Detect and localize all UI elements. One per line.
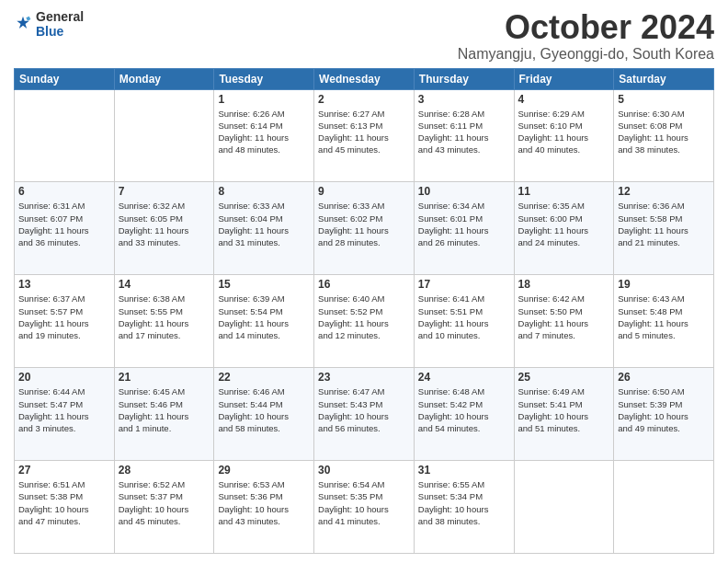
day-info: Sunrise: 6:40 AM Sunset: 5:52 PM Dayligh… (318, 293, 410, 341)
calendar-day-cell: 20Sunrise: 6:44 AM Sunset: 5:47 PM Dayli… (15, 368, 115, 461)
day-number: 20 (18, 371, 110, 384)
logo-icon (14, 15, 32, 33)
calendar-header-row: SundayMondayTuesdayWednesdayThursdayFrid… (15, 68, 714, 89)
day-number: 23 (318, 371, 410, 384)
day-number: 15 (218, 278, 310, 291)
page-header: General Blue October 2024 Namyangju, Gye… (14, 9, 714, 63)
day-number: 16 (318, 278, 410, 291)
day-number: 31 (418, 464, 510, 477)
day-number: 26 (618, 371, 710, 384)
calendar-day-cell: 25Sunrise: 6:49 AM Sunset: 5:41 PM Dayli… (514, 368, 614, 461)
day-number: 8 (218, 185, 310, 198)
subtitle: Namyangju, Gyeonggi-do, South Korea (458, 46, 714, 63)
day-number: 25 (518, 371, 610, 384)
day-info: Sunrise: 6:27 AM Sunset: 6:13 PM Dayligh… (318, 108, 410, 156)
calendar-table: SundayMondayTuesdayWednesdayThursdayFrid… (14, 68, 714, 554)
day-info: Sunrise: 6:42 AM Sunset: 5:50 PM Dayligh… (518, 293, 610, 341)
calendar-day-cell: 31Sunrise: 6:55 AM Sunset: 5:34 PM Dayli… (414, 461, 514, 554)
day-info: Sunrise: 6:39 AM Sunset: 5:54 PM Dayligh… (218, 293, 310, 341)
day-number: 2 (318, 93, 410, 106)
calendar-day-cell: 17Sunrise: 6:41 AM Sunset: 5:51 PM Dayli… (414, 275, 514, 368)
calendar-day-cell: 11Sunrise: 6:35 AM Sunset: 6:00 PM Dayli… (514, 182, 614, 275)
day-number: 7 (119, 185, 210, 198)
calendar-day-cell: 12Sunrise: 6:36 AM Sunset: 5:58 PM Dayli… (614, 182, 714, 275)
weekday-header: Thursday (414, 68, 514, 89)
calendar-day-cell: 7Sunrise: 6:32 AM Sunset: 6:05 PM Daylig… (114, 182, 214, 275)
day-info: Sunrise: 6:54 AM Sunset: 5:35 PM Dayligh… (318, 478, 410, 527)
day-info: Sunrise: 6:48 AM Sunset: 5:42 PM Dayligh… (418, 385, 510, 434)
day-number: 18 (518, 278, 610, 291)
calendar-day-cell: 5Sunrise: 6:30 AM Sunset: 6:08 PM Daylig… (614, 89, 714, 182)
day-info: Sunrise: 6:43 AM Sunset: 5:48 PM Dayligh… (618, 293, 710, 341)
calendar-week-row: 13Sunrise: 6:37 AM Sunset: 5:57 PM Dayli… (15, 275, 714, 368)
day-info: Sunrise: 6:26 AM Sunset: 6:14 PM Dayligh… (218, 108, 310, 156)
weekday-header: Saturday (614, 68, 714, 89)
calendar-day-cell: 15Sunrise: 6:39 AM Sunset: 5:54 PM Dayli… (214, 275, 314, 368)
day-number: 29 (218, 464, 310, 477)
calendar-day-cell: 29Sunrise: 6:53 AM Sunset: 5:36 PM Dayli… (214, 461, 314, 554)
day-info: Sunrise: 6:32 AM Sunset: 6:05 PM Dayligh… (119, 200, 210, 248)
calendar-day-cell (114, 89, 214, 182)
calendar-day-cell: 19Sunrise: 6:43 AM Sunset: 5:48 PM Dayli… (614, 275, 714, 368)
day-number: 30 (318, 464, 410, 477)
calendar-day-cell: 27Sunrise: 6:51 AM Sunset: 5:38 PM Dayli… (15, 461, 115, 554)
day-info: Sunrise: 6:49 AM Sunset: 5:41 PM Dayligh… (518, 385, 610, 434)
day-number: 11 (518, 185, 610, 198)
day-info: Sunrise: 6:44 AM Sunset: 5:47 PM Dayligh… (18, 385, 110, 434)
day-info: Sunrise: 6:28 AM Sunset: 6:11 PM Dayligh… (418, 108, 510, 156)
day-info: Sunrise: 6:53 AM Sunset: 5:36 PM Dayligh… (218, 478, 310, 527)
weekday-header: Sunday (15, 68, 115, 89)
weekday-header: Monday (114, 68, 214, 89)
calendar-day-cell: 22Sunrise: 6:46 AM Sunset: 5:44 PM Dayli… (214, 368, 314, 461)
day-info: Sunrise: 6:50 AM Sunset: 5:39 PM Dayligh… (618, 385, 710, 434)
day-number: 13 (18, 278, 110, 291)
day-info: Sunrise: 6:47 AM Sunset: 5:43 PM Dayligh… (318, 385, 410, 434)
day-info: Sunrise: 6:36 AM Sunset: 5:58 PM Dayligh… (618, 200, 710, 248)
day-info: Sunrise: 6:34 AM Sunset: 6:01 PM Dayligh… (418, 200, 510, 248)
logo-text: General Blue (36, 9, 84, 39)
day-number: 14 (119, 278, 210, 291)
day-number: 21 (119, 371, 210, 384)
calendar-day-cell (514, 461, 614, 554)
weekday-header: Tuesday (214, 68, 314, 89)
calendar-day-cell: 24Sunrise: 6:48 AM Sunset: 5:42 PM Dayli… (414, 368, 514, 461)
day-info: Sunrise: 6:41 AM Sunset: 5:51 PM Dayligh… (418, 293, 510, 341)
calendar-day-cell: 6Sunrise: 6:31 AM Sunset: 6:07 PM Daylig… (15, 182, 115, 275)
calendar-day-cell: 28Sunrise: 6:52 AM Sunset: 5:37 PM Dayli… (114, 461, 214, 554)
day-number: 24 (418, 371, 510, 384)
day-number: 22 (218, 371, 310, 384)
title-section: October 2024 Namyangju, Gyeonggi-do, Sou… (458, 9, 714, 63)
day-number: 12 (618, 185, 710, 198)
day-number: 19 (618, 278, 710, 291)
calendar-week-row: 20Sunrise: 6:44 AM Sunset: 5:47 PM Dayli… (15, 368, 714, 461)
calendar-day-cell: 10Sunrise: 6:34 AM Sunset: 6:01 PM Dayli… (414, 182, 514, 275)
day-number: 4 (518, 93, 610, 106)
calendar-day-cell: 3Sunrise: 6:28 AM Sunset: 6:11 PM Daylig… (414, 89, 514, 182)
day-number: 3 (418, 93, 510, 106)
weekday-header: Wednesday (314, 68, 415, 89)
calendar-day-cell: 9Sunrise: 6:33 AM Sunset: 6:02 PM Daylig… (314, 182, 415, 275)
day-info: Sunrise: 6:33 AM Sunset: 6:02 PM Dayligh… (318, 200, 410, 248)
logo-blue: Blue (36, 24, 84, 39)
day-info: Sunrise: 6:52 AM Sunset: 5:37 PM Dayligh… (119, 478, 210, 527)
calendar-week-row: 1Sunrise: 6:26 AM Sunset: 6:14 PM Daylig… (15, 89, 714, 182)
day-info: Sunrise: 6:31 AM Sunset: 6:07 PM Dayligh… (18, 200, 110, 248)
day-number: 6 (18, 185, 110, 198)
day-info: Sunrise: 6:46 AM Sunset: 5:44 PM Dayligh… (218, 385, 310, 434)
day-info: Sunrise: 6:55 AM Sunset: 5:34 PM Dayligh… (418, 478, 510, 527)
day-number: 28 (119, 464, 210, 477)
calendar-day-cell: 18Sunrise: 6:42 AM Sunset: 5:50 PM Dayli… (514, 275, 614, 368)
calendar-day-cell: 1Sunrise: 6:26 AM Sunset: 6:14 PM Daylig… (214, 89, 314, 182)
calendar-page: General Blue October 2024 Namyangju, Gye… (0, 0, 728, 563)
day-info: Sunrise: 6:29 AM Sunset: 6:10 PM Dayligh… (518, 108, 610, 156)
calendar-day-cell (614, 461, 714, 554)
day-info: Sunrise: 6:33 AM Sunset: 6:04 PM Dayligh… (218, 200, 310, 248)
day-number: 1 (218, 93, 310, 106)
day-number: 27 (18, 464, 110, 477)
calendar-day-cell: 13Sunrise: 6:37 AM Sunset: 5:57 PM Dayli… (15, 275, 115, 368)
logo-general: General (36, 9, 84, 24)
day-info: Sunrise: 6:38 AM Sunset: 5:55 PM Dayligh… (119, 293, 210, 341)
calendar-day-cell: 2Sunrise: 6:27 AM Sunset: 6:13 PM Daylig… (314, 89, 415, 182)
day-number: 17 (418, 278, 510, 291)
day-info: Sunrise: 6:37 AM Sunset: 5:57 PM Dayligh… (18, 293, 110, 341)
